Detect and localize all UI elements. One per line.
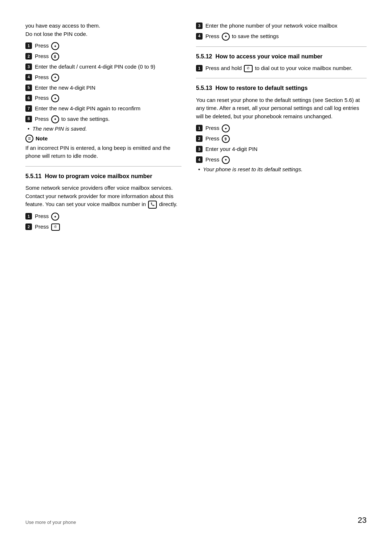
step-8: 8 Press to save the settings. — [25, 115, 181, 123]
nav-icon-511-1 — [51, 213, 59, 221]
voicemail-hold-icon: ✆ — [244, 65, 253, 72]
step-text-8: Press to save the settings. — [35, 115, 181, 123]
step-513-2: 2 Press 9 — [196, 135, 367, 143]
step-badge-3: 3 — [25, 63, 32, 70]
step-badge-513-2: 2 — [196, 135, 203, 142]
step-badge-511-1: 1 — [25, 213, 32, 219]
step-badge-511-3: 3 — [196, 22, 203, 29]
step-badge-2: 2 — [25, 53, 32, 59]
voicemail-icon-511-2: ✆ — [51, 223, 60, 231]
step-text-5: Enter the new 4-digit PIN — [35, 84, 181, 92]
step-3: 3 Enter the default / current 4-digit PI… — [25, 63, 181, 71]
step-text-511-2: Press ✆ — [35, 223, 181, 231]
step-511-1: 1 Press — [25, 212, 181, 221]
step-5: 5 Enter the new 4-digit PIN — [25, 84, 181, 92]
section-511-body: Some network service providers offer voi… — [25, 184, 181, 209]
key8-icon: 8 — [51, 53, 59, 61]
step-text-2: Press 8 — [35, 52, 181, 61]
step-text-513-1: Press — [205, 124, 367, 132]
intro-text: you have easy access to them. Do not los… — [25, 22, 181, 38]
nav-icon-6 — [51, 94, 59, 102]
step-badge-6: 6 — [25, 95, 32, 101]
step-badge-513-4: 4 — [196, 156, 203, 163]
step-badge-5: 5 — [25, 85, 32, 91]
step-6: 6 Press — [25, 94, 181, 102]
step-512-1: 1 Press and hold ✆ to dial out to your v… — [196, 64, 367, 73]
note-text: If an incorrect PIN is entered, a long b… — [25, 144, 181, 160]
step-text-513-3: Enter your 4-digit PIN — [205, 145, 367, 153]
nav-icon-1 — [51, 42, 59, 50]
step-text-511-1: Press — [35, 212, 181, 221]
page: you have easy access to them. Do not los… — [0, 0, 392, 554]
bullet-pin-saved: • The new PIN is saved. — [25, 126, 181, 132]
step-511-3: 3 Enter the phone number of your network… — [196, 22, 367, 30]
bullet-text-reset: Your phone is reset to its default setti… — [203, 166, 302, 172]
step-text-6: Press — [35, 94, 181, 102]
step-text-4: Press — [35, 73, 181, 82]
step-text-512-1: Press and hold ✆ to dial out to your voi… — [205, 64, 367, 73]
nav-icon-4 — [51, 74, 59, 82]
divider-512 — [196, 46, 367, 47]
divider-511 — [25, 166, 181, 167]
section-513-body: You can reset your phone to the default … — [196, 96, 367, 121]
divider-513 — [196, 78, 367, 78]
section-513-title: 5.5.13 How to restore to default setting… — [196, 84, 367, 92]
nav-icon-511-4 — [222, 33, 230, 41]
step-text-511-3: Enter the phone number of your network v… — [205, 22, 367, 30]
step-511-4: 4 Press to save the settings — [196, 32, 367, 41]
nav-icon-513-1 — [222, 124, 230, 132]
step-513-1: 1 Press — [196, 124, 367, 132]
step-badge-513-1: 1 — [196, 125, 203, 131]
section-512-title: 5.5.12 How to access your voice mail num… — [196, 53, 367, 61]
step-badge-1: 1 — [25, 42, 32, 49]
step-511-2: 2 Press ✆ — [25, 223, 181, 231]
step-4: 4 Press — [25, 73, 181, 82]
step-513-3: 3 Enter your 4-digit PIN — [196, 145, 367, 153]
step-text-513-4: Press — [205, 156, 367, 164]
step-text-513-2: Press 9 — [205, 135, 367, 143]
step-badge-4: 4 — [25, 74, 32, 81]
nav-icon-8 — [51, 115, 59, 123]
nav-icon-513-4 — [222, 156, 230, 164]
footer: Use more of your phone 23 — [25, 512, 367, 525]
page-number: 23 — [358, 516, 367, 525]
step-text-3: Enter the default / current 4-digit PIN … — [35, 63, 181, 71]
step-badge-8: 8 — [25, 116, 32, 122]
step-2: 2 Press 8 — [25, 52, 181, 61]
step-1: 1 Press — [25, 42, 181, 50]
note-icon: = — [25, 135, 33, 143]
step-badge-511-4: 4 — [196, 33, 203, 40]
step-badge-512-1: 1 — [196, 65, 203, 71]
footer-label: Use more of your phone — [25, 520, 76, 525]
bullet-reset: • Your phone is reset to its default set… — [196, 166, 367, 172]
voicemail-inline-icon: 📞 — [148, 201, 157, 209]
step-7: 7 Enter the new 4-digit PIN again to rec… — [25, 104, 181, 113]
step-text-511-4: Press to save the settings — [205, 32, 367, 41]
step-text-7: Enter the new 4-digit PIN again to recon… — [35, 104, 181, 113]
step-badge-7: 7 — [25, 105, 32, 112]
section-511-title: 5.5.11 How to program voice mailbox numb… — [25, 172, 181, 180]
step-badge-511-2: 2 — [25, 223, 32, 230]
step-513-4: 4 Press — [196, 156, 367, 164]
left-column: you have easy access to them. Do not los… — [25, 22, 181, 497]
note-block: = Note If an incorrect PIN is entered, a… — [25, 135, 181, 160]
note-header: = Note — [25, 135, 181, 143]
right-column: 3 Enter the phone number of your network… — [196, 22, 367, 497]
bullet-text-pin: The new PIN is saved. — [32, 126, 87, 132]
step-text-1: Press — [35, 42, 181, 50]
key9-icon: 9 — [222, 135, 230, 143]
step-badge-513-3: 3 — [196, 146, 203, 152]
